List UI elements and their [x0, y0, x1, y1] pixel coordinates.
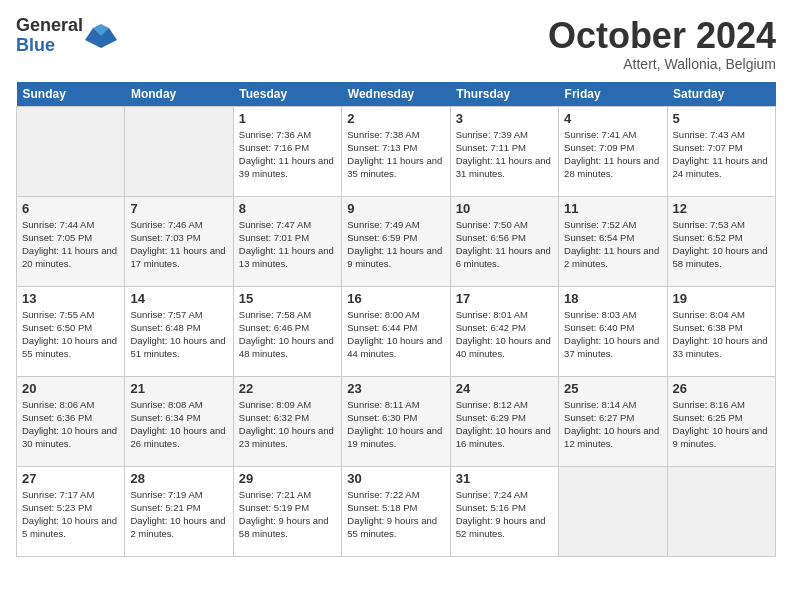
day-info: Sunrise: 7:46 AM Sunset: 7:03 PM Dayligh…	[130, 218, 227, 271]
day-number: 27	[22, 471, 119, 486]
calendar-cell: 18 Sunrise: 8:03 AM Sunset: 6:40 PM Dayl…	[559, 286, 667, 376]
logo-icon	[85, 20, 117, 52]
day-info: Sunrise: 7:19 AM Sunset: 5:21 PM Dayligh…	[130, 488, 227, 541]
calendar-cell	[17, 106, 125, 196]
sunset-text: Sunset: 6:48 PM	[130, 322, 200, 333]
sunset-text: Sunset: 6:30 PM	[347, 412, 417, 423]
daylight-text: Daylight: 10 hours and 19 minutes.	[347, 425, 442, 449]
month-title: October 2024	[548, 16, 776, 56]
daylight-text: Daylight: 11 hours and 13 minutes.	[239, 245, 334, 269]
calendar-cell: 6 Sunrise: 7:44 AM Sunset: 7:05 PM Dayli…	[17, 196, 125, 286]
day-number: 28	[130, 471, 227, 486]
daylight-text: Daylight: 9 hours and 55 minutes.	[347, 515, 437, 539]
day-info: Sunrise: 8:16 AM Sunset: 6:25 PM Dayligh…	[673, 398, 770, 451]
sunset-text: Sunset: 7:11 PM	[456, 142, 526, 153]
sunset-text: Sunset: 6:29 PM	[456, 412, 526, 423]
day-info: Sunrise: 7:47 AM Sunset: 7:01 PM Dayligh…	[239, 218, 336, 271]
sunset-text: Sunset: 6:54 PM	[564, 232, 634, 243]
sunset-text: Sunset: 5:19 PM	[239, 502, 309, 513]
calendar-cell: 19 Sunrise: 8:04 AM Sunset: 6:38 PM Dayl…	[667, 286, 775, 376]
sunset-text: Sunset: 6:46 PM	[239, 322, 309, 333]
day-number: 11	[564, 201, 661, 216]
sunrise-text: Sunrise: 7:17 AM	[22, 489, 94, 500]
day-info: Sunrise: 8:04 AM Sunset: 6:38 PM Dayligh…	[673, 308, 770, 361]
day-number: 26	[673, 381, 770, 396]
sunset-text: Sunset: 5:16 PM	[456, 502, 526, 513]
calendar-table: SundayMondayTuesdayWednesdayThursdayFrid…	[16, 82, 776, 557]
sunset-text: Sunset: 7:07 PM	[673, 142, 743, 153]
header: General Blue October 2024 Attert, Wallon…	[16, 16, 776, 72]
day-number: 30	[347, 471, 444, 486]
day-number: 14	[130, 291, 227, 306]
day-info: Sunrise: 8:03 AM Sunset: 6:40 PM Dayligh…	[564, 308, 661, 361]
daylight-text: Daylight: 10 hours and 23 minutes.	[239, 425, 334, 449]
calendar-cell: 17 Sunrise: 8:01 AM Sunset: 6:42 PM Dayl…	[450, 286, 558, 376]
daylight-text: Daylight: 11 hours and 6 minutes.	[456, 245, 551, 269]
daylight-text: Daylight: 11 hours and 9 minutes.	[347, 245, 442, 269]
calendar-cell: 3 Sunrise: 7:39 AM Sunset: 7:11 PM Dayli…	[450, 106, 558, 196]
calendar-cell: 5 Sunrise: 7:43 AM Sunset: 7:07 PM Dayli…	[667, 106, 775, 196]
calendar-week: 27 Sunrise: 7:17 AM Sunset: 5:23 PM Dayl…	[17, 466, 776, 556]
day-number: 29	[239, 471, 336, 486]
sunset-text: Sunset: 6:27 PM	[564, 412, 634, 423]
day-number: 23	[347, 381, 444, 396]
logo: General Blue	[16, 16, 117, 56]
sunset-text: Sunset: 6:42 PM	[456, 322, 526, 333]
daylight-text: Daylight: 10 hours and 12 minutes.	[564, 425, 659, 449]
sunset-text: Sunset: 7:09 PM	[564, 142, 634, 153]
sunset-text: Sunset: 6:50 PM	[22, 322, 92, 333]
day-info: Sunrise: 8:11 AM Sunset: 6:30 PM Dayligh…	[347, 398, 444, 451]
sunrise-text: Sunrise: 8:04 AM	[673, 309, 745, 320]
daylight-text: Daylight: 10 hours and 30 minutes.	[22, 425, 117, 449]
daylight-text: Daylight: 10 hours and 9 minutes.	[673, 425, 768, 449]
sunrise-text: Sunrise: 8:06 AM	[22, 399, 94, 410]
calendar-cell: 12 Sunrise: 7:53 AM Sunset: 6:52 PM Dayl…	[667, 196, 775, 286]
day-number: 16	[347, 291, 444, 306]
daylight-text: Daylight: 10 hours and 40 minutes.	[456, 335, 551, 359]
calendar-cell: 7 Sunrise: 7:46 AM Sunset: 7:03 PM Dayli…	[125, 196, 233, 286]
sunrise-text: Sunrise: 7:58 AM	[239, 309, 311, 320]
sunset-text: Sunset: 5:21 PM	[130, 502, 200, 513]
calendar-week: 6 Sunrise: 7:44 AM Sunset: 7:05 PM Dayli…	[17, 196, 776, 286]
day-number: 18	[564, 291, 661, 306]
calendar-cell: 29 Sunrise: 7:21 AM Sunset: 5:19 PM Dayl…	[233, 466, 341, 556]
day-number: 4	[564, 111, 661, 126]
day-number: 1	[239, 111, 336, 126]
day-info: Sunrise: 8:06 AM Sunset: 6:36 PM Dayligh…	[22, 398, 119, 451]
calendar-cell	[125, 106, 233, 196]
day-info: Sunrise: 7:52 AM Sunset: 6:54 PM Dayligh…	[564, 218, 661, 271]
day-number: 13	[22, 291, 119, 306]
daylight-text: Daylight: 11 hours and 24 minutes.	[673, 155, 768, 179]
logo-general: General	[16, 16, 83, 36]
header-day: Friday	[559, 82, 667, 107]
day-number: 24	[456, 381, 553, 396]
header-day: Sunday	[17, 82, 125, 107]
sunrise-text: Sunrise: 8:12 AM	[456, 399, 528, 410]
day-number: 8	[239, 201, 336, 216]
calendar-cell: 8 Sunrise: 7:47 AM Sunset: 7:01 PM Dayli…	[233, 196, 341, 286]
calendar-week: 1 Sunrise: 7:36 AM Sunset: 7:16 PM Dayli…	[17, 106, 776, 196]
sunrise-text: Sunrise: 8:11 AM	[347, 399, 419, 410]
day-number: 17	[456, 291, 553, 306]
calendar-cell: 2 Sunrise: 7:38 AM Sunset: 7:13 PM Dayli…	[342, 106, 450, 196]
daylight-text: Daylight: 11 hours and 2 minutes.	[564, 245, 659, 269]
day-info: Sunrise: 7:58 AM Sunset: 6:46 PM Dayligh…	[239, 308, 336, 361]
sunset-text: Sunset: 6:40 PM	[564, 322, 634, 333]
day-number: 5	[673, 111, 770, 126]
sunrise-text: Sunrise: 7:22 AM	[347, 489, 419, 500]
daylight-text: Daylight: 10 hours and 16 minutes.	[456, 425, 551, 449]
day-info: Sunrise: 7:22 AM Sunset: 5:18 PM Dayligh…	[347, 488, 444, 541]
day-number: 9	[347, 201, 444, 216]
day-number: 31	[456, 471, 553, 486]
day-number: 21	[130, 381, 227, 396]
day-number: 10	[456, 201, 553, 216]
sunrise-text: Sunrise: 8:00 AM	[347, 309, 419, 320]
day-info: Sunrise: 7:44 AM Sunset: 7:05 PM Dayligh…	[22, 218, 119, 271]
day-info: Sunrise: 8:09 AM Sunset: 6:32 PM Dayligh…	[239, 398, 336, 451]
calendar-cell: 10 Sunrise: 7:50 AM Sunset: 6:56 PM Dayl…	[450, 196, 558, 286]
day-number: 7	[130, 201, 227, 216]
day-number: 22	[239, 381, 336, 396]
calendar-cell: 11 Sunrise: 7:52 AM Sunset: 6:54 PM Dayl…	[559, 196, 667, 286]
daylight-text: Daylight: 11 hours and 39 minutes.	[239, 155, 334, 179]
header-day: Tuesday	[233, 82, 341, 107]
